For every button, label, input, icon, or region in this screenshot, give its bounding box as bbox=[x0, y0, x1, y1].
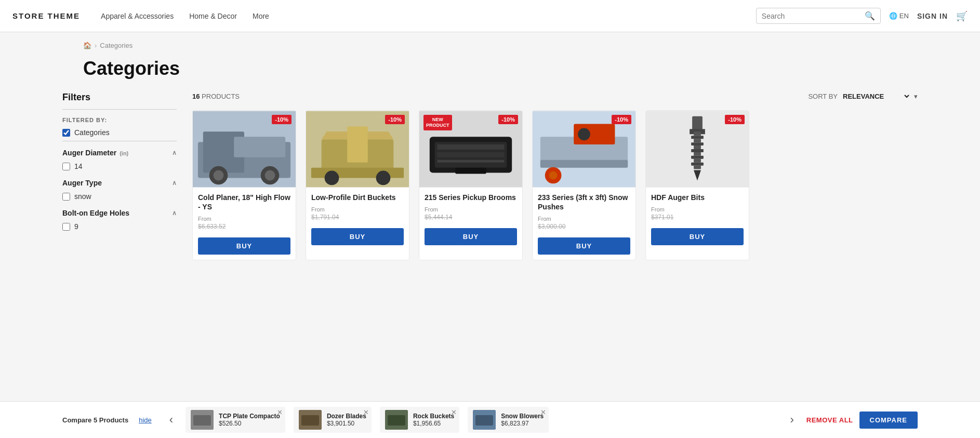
categories-label: Categories bbox=[74, 128, 110, 137]
search-input[interactable] bbox=[762, 12, 865, 20]
brand-logo: STORE THEME bbox=[12, 11, 80, 20]
product-name-4: 233 Series (3ft x 3ft) Snow Pushes bbox=[538, 193, 630, 211]
svg-rect-36 bbox=[694, 145, 701, 149]
product-price-from-3: From bbox=[425, 206, 517, 213]
product-card-1: -10% Cold Planer, 18" High Flow - YS bbox=[192, 110, 296, 260]
svg-point-28 bbox=[578, 128, 590, 140]
chevron-up-icon-2: ∧ bbox=[172, 179, 177, 187]
nav-apparel[interactable]: Apparel & Accessories bbox=[101, 12, 174, 20]
product-grid: -10% Cold Planer, 18" High Flow - YS bbox=[192, 110, 918, 260]
filters-divider bbox=[62, 109, 177, 110]
home-icon[interactable]: 🏠 bbox=[83, 42, 91, 49]
product-card-3: -10% NEWPRODUCT 215 Series Pickup Brooms bbox=[419, 110, 523, 260]
sort-by: SORT BY RELEVANCE Price: Low to High Pri… bbox=[808, 92, 918, 101]
nav-home-decor[interactable]: Home & Decor bbox=[189, 12, 237, 20]
filter-auger-type-label: Auger Type bbox=[62, 179, 102, 187]
bolt-on-9-checkbox[interactable] bbox=[62, 223, 70, 231]
chevron-up-icon: ∧ bbox=[172, 149, 177, 156]
auger-snow-checkbox[interactable] bbox=[62, 193, 70, 201]
product-price-original-1: $6,633.52 bbox=[198, 223, 290, 230]
svg-rect-33 bbox=[691, 136, 704, 139]
buy-button-4[interactable]: BUY bbox=[538, 237, 630, 255]
product-price-original-3: $5,444.14 bbox=[425, 214, 517, 221]
filter-bolt-on-header[interactable]: Bolt-on Edge Holes ∧ bbox=[62, 209, 177, 217]
search-icon-button[interactable]: 🔍 bbox=[865, 11, 875, 21]
filter-section-bolt-on: Bolt-on Edge Holes ∧ 9 bbox=[62, 209, 177, 231]
divider-2 bbox=[62, 141, 177, 141]
search-box[interactable]: 🔍 bbox=[756, 8, 881, 24]
discount-badge-5: -10% bbox=[725, 115, 745, 124]
buy-button-2[interactable]: BUY bbox=[311, 228, 404, 245]
product-image-4[interactable]: -10% bbox=[533, 111, 635, 188]
product-name-2: Low-Profile Dirt Buckets bbox=[311, 193, 404, 202]
sort-select[interactable]: RELEVANCE Price: Low to High Price: High… bbox=[841, 92, 911, 101]
product-price-from-2: From bbox=[311, 206, 404, 213]
filter-bolt-on-9[interactable]: 9 bbox=[62, 222, 177, 231]
product-card-2: -10% Low-Profile Dirt Buckets From $1,7 bbox=[306, 110, 409, 260]
svg-rect-34 bbox=[694, 139, 701, 142]
product-count-label: PRODUCTS bbox=[202, 92, 240, 100]
page-title: Categories bbox=[0, 49, 980, 92]
svg-rect-20 bbox=[438, 160, 505, 163]
categories-filter[interactable]: Categories bbox=[62, 128, 177, 137]
sign-in-button[interactable]: SIGN IN bbox=[917, 12, 948, 20]
navbar: STORE THEME Apparel & Accessories Home &… bbox=[0, 0, 980, 32]
product-count: 16 PRODUCTS bbox=[192, 92, 240, 100]
filter-section-auger-diameter: Auger Diameter (in) ∧ 14 bbox=[62, 149, 177, 170]
svg-rect-18 bbox=[438, 144, 505, 150]
svg-rect-14 bbox=[347, 126, 368, 162]
product-image-2[interactable]: -10% bbox=[306, 111, 409, 188]
product-price-from-4: From bbox=[538, 216, 630, 222]
discount-badge-1: -10% bbox=[272, 115, 292, 124]
buy-button-5[interactable]: BUY bbox=[651, 228, 744, 245]
svg-rect-39 bbox=[691, 156, 704, 159]
product-image-1[interactable]: -10% bbox=[193, 111, 296, 188]
product-name-5: HDF Auger Bits bbox=[651, 193, 744, 202]
svg-rect-24 bbox=[540, 160, 628, 168]
buy-button-3[interactable]: BUY bbox=[425, 228, 517, 245]
lang-label: EN bbox=[899, 12, 909, 20]
product-area-header: 16 PRODUCTS SORT BY RELEVANCE Price: Low… bbox=[192, 92, 918, 101]
product-name-3: 215 Series Pickup Brooms bbox=[425, 193, 517, 202]
filtered-by-label: FILTERED BY: bbox=[62, 117, 177, 123]
product-price-from-1: From bbox=[198, 216, 290, 222]
product-card-5: -10% bbox=[645, 110, 749, 260]
language-button[interactable]: 🌐 EN bbox=[889, 12, 909, 20]
filter-auger-type-header[interactable]: Auger Type ∧ bbox=[62, 179, 177, 187]
nav-links: Apparel & Accessories Home & Decor More bbox=[101, 12, 756, 20]
product-price-from-5: From bbox=[651, 206, 744, 213]
auger-14-checkbox[interactable] bbox=[62, 163, 70, 170]
product-info-3: 215 Series Pickup Brooms From $5,444.14 bbox=[419, 188, 522, 225]
filter-auger-diameter-header[interactable]: Auger Diameter (in) ∧ bbox=[62, 149, 177, 157]
filter-auger-14[interactable]: 14 bbox=[62, 162, 177, 170]
svg-rect-7 bbox=[234, 137, 285, 157]
filters-title: Filters bbox=[62, 92, 177, 103]
svg-point-13 bbox=[376, 171, 391, 185]
product-price-original-2: $1,791.04 bbox=[311, 214, 404, 221]
svg-point-6 bbox=[265, 170, 275, 181]
breadcrumb: 🏠 › Categories bbox=[0, 32, 980, 49]
svg-rect-41 bbox=[691, 163, 704, 166]
product-price-original-5: $371.01 bbox=[651, 214, 744, 221]
product-card-4: -10% 233 Series (3ft x 3ft) Snow Pushes … bbox=[532, 110, 636, 260]
buy-button-1[interactable]: BUY bbox=[198, 237, 290, 255]
product-image-5[interactable]: -10% bbox=[646, 111, 749, 188]
auger-snow-label: snow bbox=[74, 192, 91, 201]
product-name-1: Cold Planer, 18" High Flow - YS bbox=[198, 193, 290, 211]
filter-auger-snow[interactable]: snow bbox=[62, 192, 177, 201]
product-area: 16 PRODUCTS SORT BY RELEVANCE Price: Low… bbox=[192, 92, 918, 260]
svg-rect-35 bbox=[691, 142, 704, 145]
svg-rect-32 bbox=[694, 131, 701, 136]
nav-more[interactable]: More bbox=[253, 12, 269, 20]
discount-badge-3: -10% bbox=[498, 115, 518, 124]
product-info-4: 233 Series (3ft x 3ft) Snow Pushes From … bbox=[533, 188, 635, 234]
discount-badge-2: -10% bbox=[385, 115, 405, 124]
svg-point-26 bbox=[549, 171, 558, 180]
cart-icon[interactable]: 🛒 bbox=[956, 10, 968, 22]
sidebar: Filters FILTERED BY: Categories Auger Di… bbox=[62, 92, 177, 260]
product-price-original-4: $3,000.00 bbox=[538, 223, 630, 230]
product-image-3[interactable]: -10% NEWPRODUCT bbox=[419, 111, 522, 188]
categories-checkbox[interactable] bbox=[62, 129, 70, 137]
globe-icon: 🌐 bbox=[889, 12, 897, 20]
product-info-2: Low-Profile Dirt Buckets From $1,791.04 bbox=[306, 188, 409, 225]
